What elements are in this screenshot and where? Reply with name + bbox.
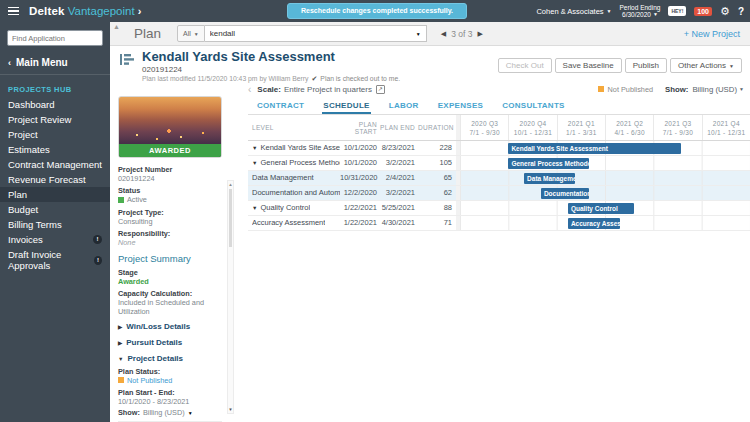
new-project-button[interactable]: + New Project bbox=[684, 29, 740, 39]
scale-value: Entire Project in quarters bbox=[284, 85, 372, 94]
scroll-up-icon[interactable]: ▲ bbox=[228, 181, 233, 188]
plan-end-cell[interactable]: 8/23/2021 bbox=[380, 141, 418, 155]
brand-vantagepoint: Vantagepoint bbox=[68, 5, 135, 17]
collapse-row-icon[interactable]: ▼ bbox=[252, 156, 257, 170]
duration-cell[interactable]: 228 bbox=[418, 141, 456, 155]
plan-start-cell[interactable]: 12/2/2020 bbox=[340, 186, 380, 200]
save-baseline-button[interactable]: Save Baseline bbox=[555, 58, 622, 73]
help-icon[interactable]: ? bbox=[738, 6, 744, 17]
hamburger-menu-icon[interactable] bbox=[8, 7, 19, 16]
main-menu-button[interactable]: ‹ Main Menu bbox=[0, 52, 110, 75]
grid-header: LEVEL PLAN START PLAN END DURATION 2020 … bbox=[248, 115, 750, 141]
sidebar-item-label: Budget bbox=[8, 204, 38, 215]
other-actions-button[interactable]: Other Actions ▼ bbox=[670, 58, 742, 73]
tab-schedule[interactable]: SCHEDULE bbox=[322, 98, 370, 114]
panel-scrollbar[interactable]: ▲ ▼ bbox=[227, 180, 234, 414]
next-record-icon[interactable]: ▶ bbox=[477, 30, 482, 38]
section-toggle-project-details[interactable]: ▼Project Details bbox=[118, 354, 222, 364]
sidebar-item-invoices[interactable]: Invoices! bbox=[0, 232, 110, 247]
sidebar-item-dashboard[interactable]: Dashboard bbox=[0, 97, 110, 112]
column-header-duration[interactable]: DURATION bbox=[418, 124, 456, 131]
find-application-input[interactable] bbox=[7, 30, 103, 46]
schedule-row-accuracy-assessment[interactable]: Accuracy Assessment1/22/20214/30/202171A… bbox=[248, 216, 750, 231]
collapse-row-icon[interactable]: ▼ bbox=[252, 141, 257, 155]
gear-icon[interactable]: ⚙ bbox=[720, 5, 730, 18]
brand-deltek: Deltek bbox=[29, 5, 65, 17]
duration-cell[interactable]: 65 bbox=[418, 171, 456, 185]
gantt-bar-data-management[interactable]: Data Management bbox=[524, 173, 575, 184]
tab-consultants[interactable]: CONSULTANTS bbox=[501, 98, 566, 114]
section-toggle-win-loss-details[interactable]: ▶Win/Loss Details bbox=[118, 322, 222, 332]
panel-show-dropdown[interactable]: Show: Billing (USD) ▼ bbox=[118, 408, 222, 418]
collapse-row-icon[interactable]: ▼ bbox=[252, 201, 257, 215]
sidebar: ‹ Main Menu PROJECTS HUB DashboardProjec… bbox=[0, 22, 110, 422]
notification-banner[interactable]: Reschedule changes completed successfull… bbox=[287, 3, 467, 19]
duration-cell[interactable]: 88 bbox=[418, 201, 456, 215]
show-currency-dropdown[interactable]: Billing (USD) ▼ bbox=[692, 85, 744, 94]
schedule-row-documentation-and-automation[interactable]: Documentation and Automation12/2/20203/2… bbox=[248, 186, 750, 201]
tab-expenses[interactable]: EXPENSES bbox=[437, 98, 485, 114]
gantt-bar-kendall-yards-site-assessment[interactable]: Kendall Yards Site Assessment bbox=[508, 143, 681, 154]
plan-start-cell[interactable]: 1/22/2021 bbox=[340, 201, 380, 215]
scrollbar-thumb[interactable] bbox=[229, 189, 232, 247]
plan-end-cell[interactable]: 4/30/2021 bbox=[380, 216, 418, 230]
sidebar-section-label: PROJECTS HUB bbox=[0, 75, 110, 97]
column-header-level[interactable]: LEVEL bbox=[248, 115, 340, 140]
prev-record-icon[interactable]: ◀ bbox=[441, 30, 446, 38]
check-out-button[interactable]: Check Out bbox=[498, 58, 552, 73]
duration-cell[interactable]: 62 bbox=[418, 186, 456, 200]
page-title: Plan bbox=[134, 26, 161, 41]
search-input[interactable] bbox=[210, 29, 416, 38]
company-name: Cohen & Associates bbox=[536, 7, 603, 16]
sidebar-item-revenue-forecast[interactable]: Revenue Forecast bbox=[0, 172, 110, 187]
brand-logo[interactable]: Deltek Vantagepoint › bbox=[29, 5, 141, 17]
collapse-panel-icon[interactable]: ‹ bbox=[248, 84, 251, 95]
plan-start-cell[interactable]: 10/1/2020 bbox=[340, 156, 380, 170]
sidebar-item-contract-management[interactable]: Contract Management bbox=[0, 157, 110, 172]
plan-status-value[interactable]: Not Published bbox=[127, 376, 172, 386]
plan-start-cell[interactable]: 1/22/2021 bbox=[340, 216, 380, 230]
section-toggle-pursuit-details[interactable]: ▶Pursuit Details bbox=[118, 338, 222, 348]
sidebar-item-billing-terms[interactable]: Billing Terms bbox=[0, 217, 110, 232]
search-filter-dropdown[interactable]: All ▼ bbox=[177, 25, 205, 42]
sidebar-item-project[interactable]: Project bbox=[0, 127, 110, 142]
sidebar-item-project-review[interactable]: Project Review bbox=[0, 112, 110, 127]
gantt-bar-quality-control[interactable]: Quality Control bbox=[568, 203, 634, 214]
scroll-down-icon[interactable]: ▼ bbox=[228, 406, 233, 413]
plan-start-cell[interactable]: 10/31/2020 bbox=[340, 171, 380, 185]
plan-end-cell[interactable]: 2/4/2021 bbox=[380, 171, 418, 185]
schedule-row-data-management[interactable]: Data Management10/31/20202/4/202165Data … bbox=[248, 171, 750, 186]
caret-down-icon: ▼ bbox=[118, 354, 123, 364]
record-position: 3 of 3 bbox=[451, 29, 472, 39]
schedule-row-quality-control[interactable]: ▼Quality Control1/22/20215/25/202188Qual… bbox=[248, 201, 750, 216]
period-ending-selector[interactable]: Period Ending 6/30/2020 ▼ bbox=[620, 4, 661, 19]
column-header-plan-end[interactable]: PLAN END bbox=[380, 124, 418, 131]
chevron-down-icon[interactable]: ▼ bbox=[416, 31, 421, 37]
quarter-range: 1/1 - 3/31 bbox=[558, 128, 605, 137]
plan-end-cell[interactable]: 3/2/2021 bbox=[380, 186, 418, 200]
plan-end-cell[interactable]: 3/2/2021 bbox=[380, 156, 418, 170]
gantt-bar-accuracy-assessment[interactable]: Accuracy Assessment bbox=[568, 218, 620, 229]
hey-assistant-icon[interactable]: HEY! bbox=[668, 6, 686, 16]
gantt-bar-documentation-and-automation[interactable]: Documentation ... bbox=[541, 188, 589, 199]
header-actions: Cohen & Associates ▼ Period Ending 6/30/… bbox=[536, 0, 744, 22]
sidebar-item-plan[interactable]: Plan bbox=[0, 187, 110, 202]
publish-button[interactable]: Publish bbox=[625, 58, 667, 73]
gantt-bar-general-process-methodology[interactable]: General Process Methodology bbox=[508, 158, 589, 169]
tab-contract[interactable]: CONTRACT bbox=[256, 98, 305, 114]
sidebar-item-draft-invoice-approvals[interactable]: Draft Invoice Approvals! bbox=[0, 247, 110, 273]
plan-start-cell[interactable]: 10/1/2020 bbox=[340, 141, 380, 155]
column-header-plan-start[interactable]: PLAN START bbox=[340, 121, 380, 135]
duration-cell[interactable]: 105 bbox=[418, 156, 456, 170]
plan-end-cell[interactable]: 5/25/2021 bbox=[380, 201, 418, 215]
duration-cell[interactable]: 71 bbox=[418, 216, 456, 230]
collapse-toolbar-icon[interactable]: ▲ bbox=[113, 23, 120, 30]
schedule-row-general-process-methodology[interactable]: ▼General Process Methodology10/1/20203/2… bbox=[248, 156, 750, 171]
tab-labor[interactable]: LABOR bbox=[388, 98, 420, 114]
schedule-row-kendall-yards-site-assessment[interactable]: ▼Kendall Yards Site Assessment10/1/20208… bbox=[248, 141, 750, 156]
sidebar-item-estimates[interactable]: Estimates bbox=[0, 142, 110, 157]
scale-edit-icon[interactable]: ↗ bbox=[376, 85, 385, 94]
sidebar-item-budget[interactable]: Budget bbox=[0, 202, 110, 217]
company-selector[interactable]: Cohen & Associates ▼ bbox=[536, 7, 611, 16]
notification-count-badge[interactable]: 100 bbox=[694, 7, 712, 16]
